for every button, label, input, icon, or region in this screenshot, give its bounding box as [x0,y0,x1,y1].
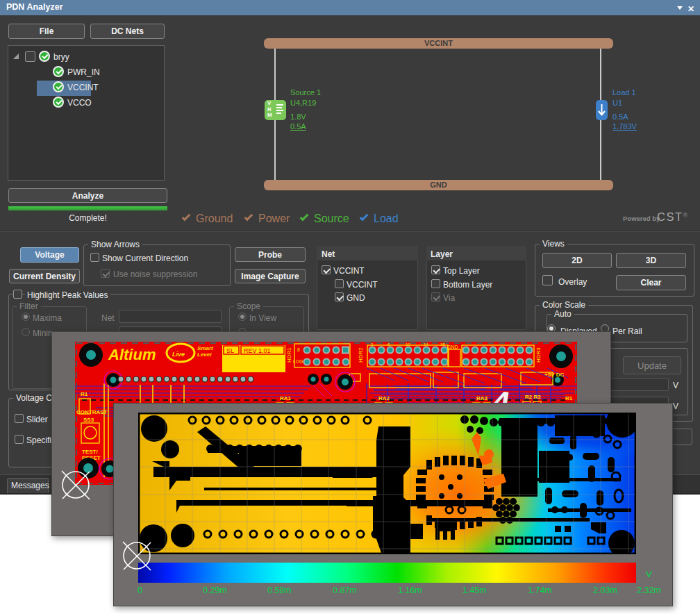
svg-text:18: 18 [440,342,445,347]
svg-text:Altium: Altium [108,346,156,363]
svg-text:14: 14 [424,342,428,347]
svg-text:R1: R1 [565,395,573,401]
svg-text:RA3: RA3 [476,395,488,401]
svg-text:TEST/: TEST/ [82,449,98,455]
svg-text:RA1: RA1 [280,395,292,401]
svg-text:CONTRAST: CONTRAST [76,409,108,415]
svg-text:SL: SL [226,347,234,354]
svg-text:Smart: Smart [197,345,213,351]
svg-text:Level: Level [197,351,212,358]
svg-text:HDR2: HDR2 [358,347,364,363]
svg-text:HDR3: HDR3 [535,347,542,363]
svg-text:REV 1.01: REV 1.01 [244,347,271,354]
svg-text:+5V DC: +5V DC [544,372,564,378]
svg-text:SS3: SS3 [83,417,94,423]
svg-text:8: 8 [297,347,300,352]
svg-text:R1: R1 [81,391,88,397]
svg-text:Live: Live [172,351,185,358]
svg-text:10: 10 [406,342,410,347]
svg-text:RA2: RA2 [378,395,390,401]
svg-text:HDR1: HDR1 [286,347,292,363]
svg-text:GND: GND [447,345,458,349]
svg-text:R2 R3: R2 R3 [525,394,541,400]
